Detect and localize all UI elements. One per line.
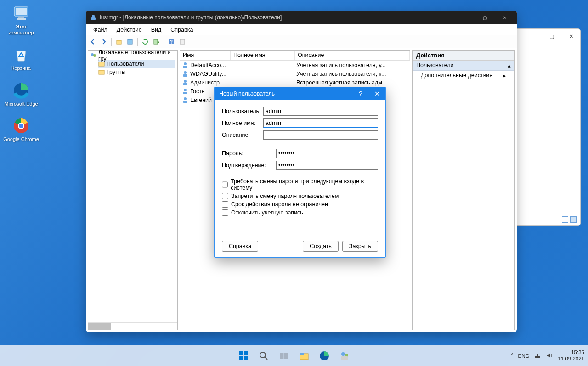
col-fullname[interactable]: Полное имя [231, 51, 295, 60]
dialog-titlebar[interactable]: Новый пользователь ? ✕ [215, 87, 385, 100]
check-disable[interactable]: Отключить учетную запись [222, 209, 378, 216]
col-name[interactable]: Имя [180, 51, 231, 60]
toolbar: ? [86, 35, 517, 48]
export-button[interactable] [151, 37, 161, 47]
maximize-button[interactable]: ▢ [475, 11, 495, 24]
desktop-icon-edge[interactable]: Microsoft Edge [3, 81, 40, 107]
menu-action[interactable]: Действие [112, 25, 147, 34]
svg-rect-1 [16, 8, 27, 15]
help-button[interactable]: Справка [222, 241, 258, 252]
tree-groups[interactable]: Группы [98, 68, 175, 76]
volume-icon[interactable] [546, 352, 553, 360]
clock[interactable]: 15:35 11.09.2021 [558, 349, 584, 362]
svg-rect-33 [244, 356, 248, 360]
svg-rect-39 [300, 353, 304, 355]
actions-group[interactable]: Пользователи ▴ [413, 61, 514, 71]
checkbox[interactable] [222, 181, 228, 188]
taskview-button[interactable] [275, 347, 293, 365]
new-user-dialog: Новый пользователь ? ✕ Пользователь: Пол… [214, 87, 386, 258]
create-button[interactable]: Создать [303, 241, 339, 252]
lusrmgr-button[interactable] [336, 347, 353, 365]
help-button[interactable]: ? [352, 90, 369, 97]
svg-rect-21 [183, 66, 187, 68]
desktop-icon-recycle[interactable]: Корзина [3, 45, 40, 71]
svg-rect-37 [284, 353, 288, 359]
input-user[interactable] [263, 107, 378, 116]
actions-pane: Действия Пользователи ▴ Дополнительные д… [412, 50, 515, 330]
explorer-button[interactable] [295, 347, 313, 365]
search-button[interactable] [255, 347, 272, 365]
checkbox[interactable] [222, 209, 228, 216]
check-no-change[interactable]: Запретить смену пароля пользователем [222, 193, 378, 199]
cell-name: Администр... [190, 79, 232, 86]
input-fullname[interactable] [263, 118, 378, 128]
taskbar: ˄ ENG 15:35 11.09.2021 [0, 345, 588, 366]
properties-button[interactable] [125, 37, 135, 47]
user-icon [181, 62, 189, 69]
start-button[interactable] [235, 347, 252, 365]
svg-rect-2 [18, 17, 24, 18]
help-button[interactable]: ? [166, 37, 176, 47]
up-button[interactable] [114, 37, 124, 47]
maximize-button[interactable]: ▢ [543, 34, 561, 39]
system-tray: ˄ ENG 15:35 11.09.2021 [511, 349, 584, 362]
svg-point-20 [184, 62, 187, 65]
checkbox-label: Отключить учетную запись [231, 209, 303, 216]
tray-chevron-icon[interactable]: ˄ [511, 353, 514, 359]
view-toggle-icon[interactable] [562, 216, 568, 223]
language-indicator[interactable]: ENG [518, 353, 530, 359]
titlebar[interactable]: lusrmgr - [Локальные пользователи и груп… [86, 11, 517, 24]
computer-icon [11, 4, 31, 23]
edge-button[interactable] [316, 347, 333, 365]
recycle-icon [11, 45, 31, 64]
tree-scrollbar[interactable] [88, 322, 177, 330]
list-row[interactable]: WDAGUtility...Учетная запись пользовател… [180, 69, 410, 78]
tree-pane: Локальные пользователи и гру Пользовател… [88, 50, 178, 330]
checkbox-label: Срок действия пароля не ограничен [231, 201, 328, 208]
check-no-expire[interactable]: Срок действия пароля не ограничен [222, 201, 378, 208]
input-password[interactable] [276, 149, 378, 158]
label-confirm: Подтверждение: [222, 162, 276, 169]
user-icon [181, 70, 189, 78]
svg-rect-11 [128, 39, 132, 44]
tree-root-label: Локальные пользователи и гру [98, 49, 175, 62]
user-icon [181, 79, 189, 86]
menu-file[interactable]: Файл [89, 25, 112, 34]
view-toggle-icon[interactable] [570, 216, 577, 223]
svg-rect-25 [183, 83, 187, 85]
tree-root[interactable]: Локальные пользователи и гру [90, 51, 175, 60]
desktop-icon-chrome[interactable]: Google Chrome [3, 116, 40, 142]
col-desc[interactable]: Описание [295, 51, 410, 60]
minimize-button[interactable]: — [523, 34, 542, 39]
close-button[interactable]: Закрыть [342, 241, 378, 252]
check-require-change[interactable]: Требовать смены пароля при следующем вхо… [222, 178, 378, 191]
checkbox[interactable] [222, 193, 228, 199]
forward-button[interactable] [99, 37, 109, 47]
close-button[interactable]: ✕ [562, 34, 580, 39]
list-header: Имя Полное имя Описание [180, 51, 410, 61]
actions-more[interactable]: Дополнительные действия ▸ [413, 71, 514, 81]
list-row[interactable]: Администр...Встроенная учетная запись ад… [180, 78, 410, 87]
svg-point-41 [341, 352, 345, 356]
svg-rect-12 [154, 39, 158, 44]
cell-desc: Учетная запись пользователя, к... [296, 71, 410, 77]
svg-rect-36 [280, 353, 283, 359]
desktop-icon-computer[interactable]: Этот компьютер [3, 4, 40, 36]
back-button[interactable] [88, 37, 98, 47]
input-confirm[interactable] [276, 161, 378, 170]
minimize-button[interactable]: — [454, 11, 475, 24]
background-window[interactable]: — ▢ ✕ [514, 28, 581, 226]
checkbox[interactable] [222, 201, 228, 208]
svg-point-24 [184, 80, 187, 83]
input-desc[interactable] [263, 130, 378, 140]
folder-icon [98, 61, 105, 67]
menu-help[interactable]: Справка [166, 25, 198, 34]
network-icon[interactable] [534, 352, 541, 360]
close-button[interactable]: ✕ [369, 90, 385, 97]
list-row[interactable]: DefaultAcco...Учетная запись пользовател… [180, 61, 410, 69]
close-button[interactable]: ✕ [495, 11, 515, 24]
svg-point-26 [184, 89, 187, 91]
menu-view[interactable]: Вид [147, 25, 166, 34]
refresh-button[interactable] [140, 37, 150, 47]
help2-button[interactable] [177, 37, 187, 47]
